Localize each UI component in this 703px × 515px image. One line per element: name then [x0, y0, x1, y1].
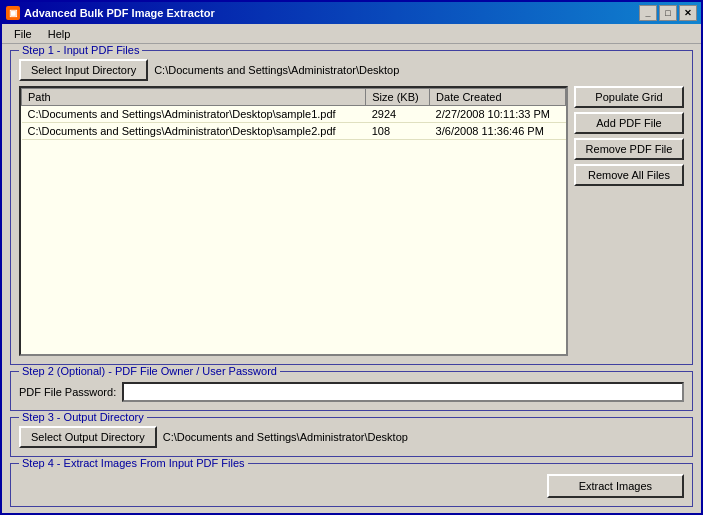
password-row: PDF File Password:: [19, 382, 684, 402]
close-button[interactable]: ✕: [679, 5, 697, 21]
cell-size: 108: [366, 123, 430, 140]
table-row[interactable]: C:\Documents and Settings\Administrator\…: [22, 123, 566, 140]
add-pdf-button[interactable]: Add PDF File: [574, 112, 684, 134]
step2-section: Step 2 (Optional) - PDF File Owner / Use…: [10, 371, 693, 411]
step2-label: Step 2 (Optional) - PDF File Owner / Use…: [19, 365, 280, 377]
menu-file[interactable]: File: [6, 26, 40, 42]
grid-buttons: Populate Grid Add PDF File Remove PDF Fi…: [574, 86, 684, 356]
remove-pdf-button[interactable]: Remove PDF File: [574, 138, 684, 160]
file-table-wrapper[interactable]: Path Size (KB) Date Created C:\Documents…: [19, 86, 568, 356]
step3-label: Step 3 - Output Directory: [19, 411, 147, 423]
cell-path: C:\Documents and Settings\Administrator\…: [22, 123, 366, 140]
extract-images-button[interactable]: Extract Images: [547, 474, 684, 498]
output-dir-row: Select Output Directory C:\Documents and…: [19, 426, 684, 448]
table-row[interactable]: C:\Documents and Settings\Administrator\…: [22, 106, 566, 123]
col-size-header: Size (KB): [366, 89, 430, 106]
window-controls: _ □ ✕: [639, 5, 697, 21]
select-input-dir-button[interactable]: Select Input Directory: [19, 59, 148, 81]
password-label: PDF File Password:: [19, 386, 116, 398]
main-content: Step 1 - Input PDF Files Select Input Di…: [2, 44, 701, 513]
title-bar: ▣ Advanced Bulk PDF Image Extractor _ □ …: [2, 2, 701, 24]
maximize-button[interactable]: □: [659, 5, 677, 21]
main-window: ▣ Advanced Bulk PDF Image Extractor _ □ …: [0, 0, 703, 515]
cell-path: C:\Documents and Settings\Administrator\…: [22, 106, 366, 123]
minimize-button[interactable]: _: [639, 5, 657, 21]
window-title: Advanced Bulk PDF Image Extractor: [24, 7, 639, 19]
cell-date: 3/6/2008 11:36:46 PM: [430, 123, 566, 140]
password-input[interactable]: [122, 382, 684, 402]
col-path-header: Path: [22, 89, 366, 106]
grid-area: Path Size (KB) Date Created C:\Documents…: [19, 86, 684, 356]
input-dir-row: Select Input Directory C:\Documents and …: [19, 59, 684, 81]
col-date-header: Date Created: [430, 89, 566, 106]
select-output-dir-button[interactable]: Select Output Directory: [19, 426, 157, 448]
cell-date: 2/27/2008 10:11:33 PM: [430, 106, 566, 123]
extract-row: Extract Images: [19, 474, 684, 498]
file-table: Path Size (KB) Date Created C:\Documents…: [21, 88, 566, 140]
populate-grid-button[interactable]: Populate Grid: [574, 86, 684, 108]
input-path-display: C:\Documents and Settings\Administrator\…: [154, 64, 684, 76]
remove-all-button[interactable]: Remove All Files: [574, 164, 684, 186]
output-path-display: C:\Documents and Settings\Administrator\…: [163, 431, 684, 443]
step1-section: Step 1 - Input PDF Files Select Input Di…: [10, 50, 693, 365]
app-icon: ▣: [6, 6, 20, 20]
step4-label: Step 4 - Extract Images From Input PDF F…: [19, 457, 248, 469]
menu-help[interactable]: Help: [40, 26, 79, 42]
cell-size: 2924: [366, 106, 430, 123]
step3-section: Step 3 - Output Directory Select Output …: [10, 417, 693, 457]
step4-section: Step 4 - Extract Images From Input PDF F…: [10, 463, 693, 507]
step1-label: Step 1 - Input PDF Files: [19, 44, 142, 56]
menu-bar: File Help: [2, 24, 701, 44]
